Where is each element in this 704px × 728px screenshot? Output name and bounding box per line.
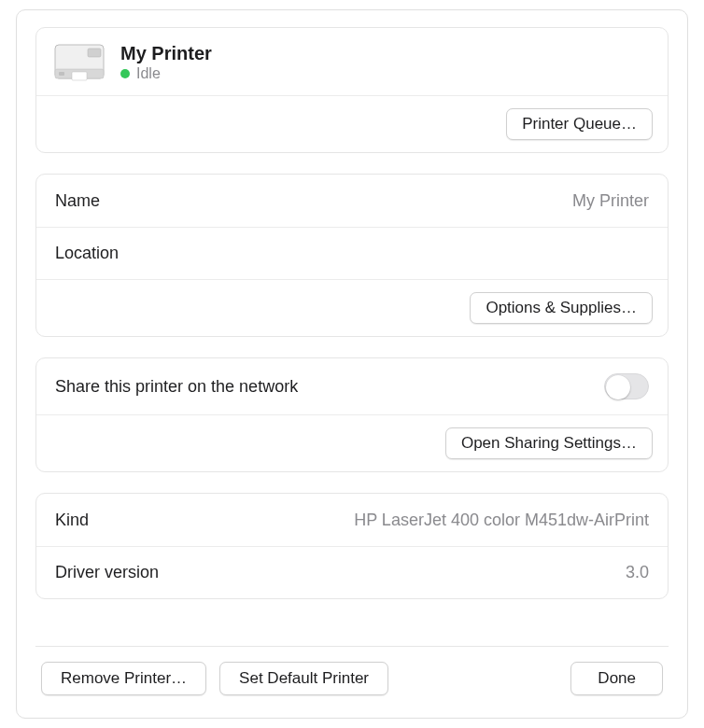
footer: Remove Printer… Set Default Printer Done (35, 646, 669, 701)
kind-value: HP LaserJet 400 color M451dw-AirPrint (354, 511, 649, 530)
remove-printer-button[interactable]: Remove Printer… (41, 662, 206, 695)
open-sharing-button[interactable]: Open Sharing Settings… (445, 427, 653, 459)
sharing-section: Share this printer on the network Open S… (35, 357, 669, 472)
printer-status-text: Idle (136, 65, 161, 82)
printer-settings-panel: My Printer Idle Printer Queue… Name My P… (16, 9, 688, 719)
printer-header-section: My Printer Idle Printer Queue… (35, 27, 669, 153)
printer-name: My Printer (120, 43, 212, 63)
printer-icon (53, 41, 106, 84)
svg-rect-3 (72, 72, 87, 80)
driver-version-label: Driver version (55, 563, 159, 582)
kind-row: Kind HP LaserJet 400 color M451dw-AirPri… (36, 494, 668, 546)
toggle-knob (606, 375, 630, 399)
location-row[interactable]: Location (36, 227, 668, 279)
printer-title-group: My Printer Idle (120, 43, 212, 82)
options-supplies-button[interactable]: Options & Supplies… (470, 292, 653, 324)
share-row: Share this printer on the network (36, 358, 668, 414)
done-button[interactable]: Done (570, 662, 663, 695)
printer-header: My Printer Idle (36, 28, 668, 95)
printer-queue-button[interactable]: Printer Queue… (506, 108, 653, 140)
svg-rect-4 (59, 72, 64, 76)
svg-rect-2 (88, 49, 101, 57)
printer-queue-row: Printer Queue… (36, 95, 668, 152)
name-label: Name (55, 191, 100, 211)
name-row[interactable]: Name My Printer (36, 175, 668, 227)
location-label: Location (55, 244, 119, 263)
share-label: Share this printer on the network (55, 377, 298, 397)
status-dot-icon (120, 69, 130, 78)
options-supplies-row: Options & Supplies… (36, 279, 668, 336)
set-default-button[interactable]: Set Default Printer (219, 662, 388, 695)
open-sharing-row: Open Sharing Settings… (36, 414, 668, 471)
share-toggle[interactable] (604, 373, 649, 399)
driver-version-row: Driver version 3.0 (36, 546, 668, 598)
name-value: My Printer (572, 191, 649, 211)
name-location-section: Name My Printer Location Options & Suppl… (35, 174, 669, 337)
driver-version-value: 3.0 (626, 563, 649, 582)
printer-status: Idle (120, 65, 212, 82)
kind-label: Kind (55, 511, 89, 530)
info-section: Kind HP LaserJet 400 color M451dw-AirPri… (35, 493, 669, 599)
